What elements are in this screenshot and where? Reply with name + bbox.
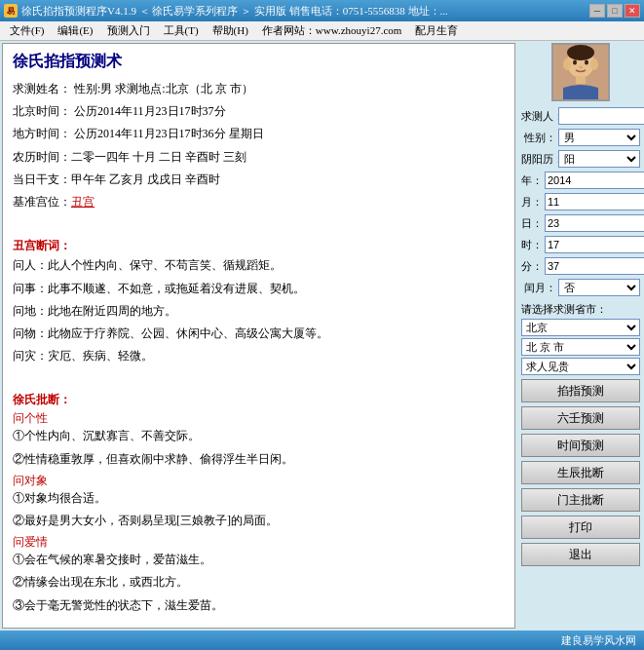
province-select[interactable]: 北京 上海 广东 bbox=[521, 319, 640, 336]
ri-label: 日： bbox=[521, 216, 543, 231]
avatar-image bbox=[553, 45, 608, 99]
main-layout: 徐氏掐指预测术 求测姓名： 性别:男 求测地点:北京（北 京 市） 北京时间： … bbox=[0, 41, 644, 631]
s1-line4: 问物：此物应于疗养院、公园、休闲中心、高级公寓大厦等。 bbox=[13, 325, 505, 343]
menu-help[interactable]: 帮助(H) bbox=[207, 21, 254, 40]
status-text: 建良易学风水网 bbox=[561, 633, 636, 648]
fen-row: 分： bbox=[521, 257, 640, 275]
content-line3: 地方时间： 公历2014年11月23日17时36分 星期日 bbox=[13, 125, 505, 143]
svg-point-6 bbox=[585, 60, 588, 65]
avatar bbox=[551, 43, 610, 101]
svg-rect-8 bbox=[576, 76, 586, 84]
content-line1: 求测姓名： 性别:男 求测地点:北京（北 京 市） bbox=[13, 80, 505, 98]
s2-sub3: 问爱情 bbox=[13, 534, 505, 551]
runyue-select[interactable]: 否是 bbox=[558, 279, 640, 296]
menu-file[interactable]: 文件(F) bbox=[4, 21, 50, 40]
menu-tools[interactable]: 工具(T) bbox=[158, 21, 205, 40]
s2-l4: ②最好是男大女小，否则易呈现[三娘教子]的局面。 bbox=[13, 512, 505, 530]
window-controls[interactable]: ─ □ ✕ bbox=[589, 4, 640, 18]
section2-title: 徐氏批断： bbox=[13, 392, 505, 408]
fen-label: 分： bbox=[521, 259, 543, 274]
shengchen-btn[interactable]: 生辰批断 bbox=[521, 461, 640, 484]
app-icon: 易 bbox=[4, 4, 18, 18]
svg-point-7 bbox=[579, 66, 583, 69]
ri-row: 日： bbox=[521, 214, 640, 232]
nian-input[interactable] bbox=[545, 172, 644, 189]
xingbie-select[interactable]: 男女 bbox=[558, 129, 640, 146]
menu-website[interactable]: 作者网站：www.zhouyi27.com bbox=[256, 21, 408, 40]
shijian-btn[interactable]: 时间预测 bbox=[521, 434, 640, 457]
maximize-button[interactable]: □ bbox=[607, 4, 623, 18]
exit-btn[interactable]: 退出 bbox=[521, 543, 640, 566]
close-button[interactable]: ✕ bbox=[625, 4, 640, 18]
s2-l1: ①个性内向、沉默寡言、不善交际。 bbox=[13, 427, 505, 445]
yue-label: 月： bbox=[521, 195, 543, 210]
section1-title: 丑宫断词： bbox=[13, 238, 505, 254]
menu-bar: 文件(F) 编辑(E) 预测入门 工具(T) 帮助(H) 作者网站：www.zh… bbox=[0, 21, 644, 41]
shi-row: 时： bbox=[521, 236, 640, 253]
gongwei-value[interactable]: 丑宫 bbox=[71, 195, 95, 209]
nian-label: 年： bbox=[521, 173, 543, 188]
yinyang-label: 阴阳历： bbox=[521, 152, 556, 167]
s1-line1: 问人：此人个性内向、保守、不苟言笑、循规蹈矩。 bbox=[13, 256, 505, 275]
runyue-row: 闰月： 否是 bbox=[521, 279, 640, 296]
s1-line5: 问灾：灾厄、疾病、轻微。 bbox=[13, 347, 505, 365]
s2-l5: ①会在气候的寒暑交接时，爱苗滋生。 bbox=[13, 551, 505, 569]
ri-input[interactable] bbox=[545, 214, 644, 232]
s2-l3: ①对象均很合适。 bbox=[13, 489, 505, 508]
nian-row: 年： bbox=[521, 172, 640, 189]
qiazhi-btn[interactable]: 掐指预测 bbox=[521, 379, 640, 402]
blank-line bbox=[13, 215, 505, 234]
menzhu-btn[interactable]: 门主批断 bbox=[521, 488, 640, 512]
qiuceiren-label: 求测人： bbox=[521, 109, 556, 124]
blank-line2 bbox=[13, 369, 505, 388]
content-line6: 基准宫位：丑宫 bbox=[13, 193, 505, 211]
s2-l2: ②性情稳重敦厚，但喜欢闹中求静、偷得浮生半日闲。 bbox=[13, 450, 505, 469]
city-select[interactable]: 北 京 市 bbox=[521, 338, 640, 356]
content-title: 徐氏掐指预测术 bbox=[13, 52, 505, 72]
right-panel: 求测人： 性别： 男女 阴阳历： 阳阴 年： 月： 日： bbox=[517, 41, 644, 631]
content-line2: 北京时间： 公历2014年11月23日17时37分 bbox=[13, 102, 505, 121]
status-bar: 建良易学风水网 bbox=[0, 631, 644, 650]
runyue-label: 闰月： bbox=[521, 281, 556, 295]
title-bar: 易 徐氏掐指预测程序V4.1.9 ＜ 徐氏易学系列程序 ＞ 实用版 销售电话：0… bbox=[0, 0, 644, 21]
province-label: 请选择求测省市： bbox=[521, 302, 640, 317]
minimize-button[interactable]: ─ bbox=[589, 4, 605, 18]
s1-line2: 问事：此事不顺遂、不如意，或拖延着没有进展、契机。 bbox=[13, 280, 505, 298]
gongwei-label: 基准宫位： bbox=[13, 195, 71, 209]
title-bar-left: 易 徐氏掐指预测程序V4.1.9 ＜ 徐氏易学系列程序 ＞ 实用版 销售电话：0… bbox=[4, 4, 448, 19]
fen-input[interactable] bbox=[545, 257, 644, 275]
yinyang-select[interactable]: 阳阴 bbox=[558, 150, 640, 168]
shi-input[interactable] bbox=[545, 236, 644, 253]
menu-intro[interactable]: 预测入门 bbox=[101, 21, 156, 40]
s2-l7: ③会于毫无警觉性的状态下，滋生爱苗。 bbox=[13, 596, 505, 615]
liuren-btn[interactable]: 六壬预测 bbox=[521, 406, 640, 430]
svg-point-4 bbox=[567, 45, 594, 60]
xingbie-row: 性别： 男女 bbox=[521, 129, 640, 146]
s2-sub2: 问对象 bbox=[13, 473, 505, 489]
qiuceiren-row: 求测人： bbox=[521, 107, 640, 125]
print-btn[interactable]: 打印 bbox=[521, 516, 640, 539]
s2-l6: ②情缘会出现在东北，或西北方。 bbox=[13, 573, 505, 592]
content-line4: 农历时间：二零一四年 十月 二日 辛酉时 三刻 bbox=[13, 148, 505, 167]
shi-label: 时： bbox=[521, 238, 543, 252]
svg-point-2 bbox=[563, 58, 571, 70]
province-section: 请选择求测省市： 北京 上海 广东 北 京 市 求人见贵 求财 求事 bbox=[521, 302, 640, 375]
content-area[interactable]: 徐氏掐指预测术 求测姓名： 性别:男 求测地点:北京（北 京 市） 北京时间： … bbox=[2, 43, 515, 629]
yue-input[interactable] bbox=[545, 193, 644, 210]
svg-point-5 bbox=[573, 60, 577, 65]
title-text: 徐氏掐指预测程序V4.1.9 ＜ 徐氏易学系列程序 ＞ 实用版 销售电话：075… bbox=[21, 4, 448, 19]
svg-point-3 bbox=[590, 58, 598, 70]
s2-sub1: 问个性 bbox=[13, 410, 505, 427]
content-line5: 当日干支：甲午年 乙亥月 戊戌日 辛酉时 bbox=[13, 171, 505, 189]
xingbie-label: 性别： bbox=[521, 131, 556, 145]
yinyang-row: 阴阳历： 阳阴 bbox=[521, 150, 640, 168]
menu-yuesheng[interactable]: 配月生育 bbox=[409, 21, 464, 40]
menu-edit[interactable]: 编辑(E) bbox=[52, 21, 98, 40]
relation-select[interactable]: 求人见贵 求财 求事 bbox=[521, 358, 640, 375]
yue-row: 月： bbox=[521, 193, 640, 210]
s1-line3: 问地：此地在附近四周的地方。 bbox=[13, 302, 505, 321]
qiuceiren-input[interactable] bbox=[558, 107, 644, 125]
